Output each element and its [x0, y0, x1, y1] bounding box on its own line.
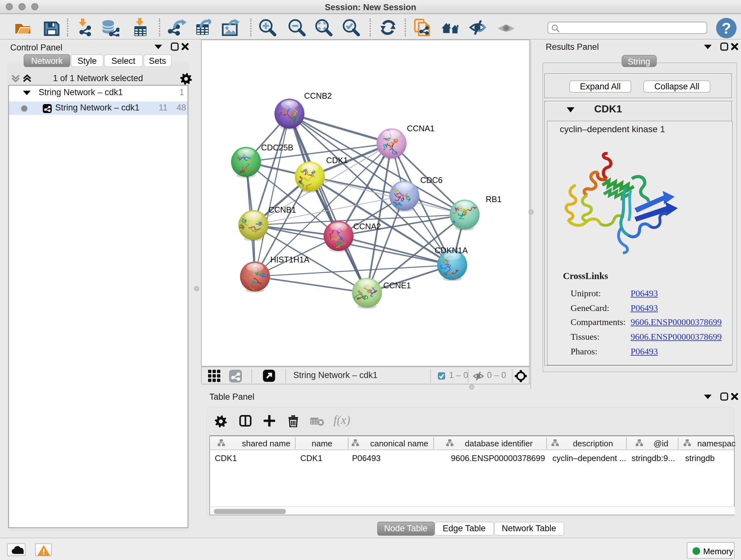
svg-text:CDC6: CDC6 [420, 176, 442, 185]
svg-text:CCNB2: CCNB2 [304, 91, 332, 100]
svg-text:RB1: RB1 [485, 195, 501, 204]
svg-text:CDKN1A: CDKN1A [434, 246, 468, 255]
svg-text:CCNB1: CCNB1 [268, 205, 296, 214]
svg-text:?: ? [722, 19, 731, 37]
svg-text:CDK1: CDK1 [326, 156, 347, 165]
svg-text:CCNE1: CCNE1 [383, 281, 411, 290]
svg-text:CDC25B: CDC25B [261, 143, 293, 152]
svg-text:HIST1H1A: HIST1H1A [270, 255, 309, 264]
svg-text:CCNA2: CCNA2 [353, 222, 381, 231]
svg-text:CCNA1: CCNA1 [407, 124, 434, 133]
